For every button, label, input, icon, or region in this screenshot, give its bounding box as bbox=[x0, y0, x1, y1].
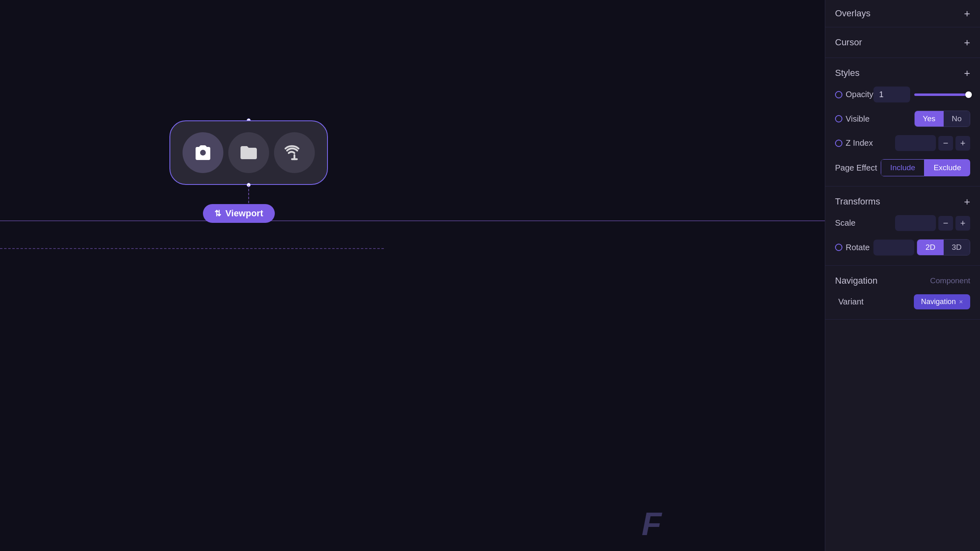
rotate-2d-btn[interactable]: 2D bbox=[917, 240, 943, 255]
zindex-label: Z Index bbox=[835, 138, 873, 148]
pe-exclude-btn[interactable]: Exclude bbox=[924, 159, 970, 176]
visible-yes-btn[interactable]: Yes bbox=[915, 111, 944, 127]
zindex-stepper: 10 − + bbox=[895, 135, 970, 151]
zindex-row: Z Index 10 − + bbox=[835, 135, 970, 151]
visible-no-btn[interactable]: No bbox=[944, 111, 970, 127]
variant-row: Variant Navigation × bbox=[835, 294, 970, 309]
viewport-line bbox=[0, 220, 825, 221]
zindex-minus-btn[interactable]: − bbox=[938, 136, 953, 151]
viewport-badge[interactable]: ⇅ Viewport bbox=[203, 204, 275, 223]
folder-icon-circle[interactable] bbox=[228, 132, 269, 173]
opacity-thumb bbox=[965, 91, 972, 98]
styles-section: Styles + Opacity 1 Visible Yes bbox=[825, 58, 980, 187]
opacity-input[interactable]: 1 bbox=[873, 87, 910, 102]
rotate-icon bbox=[835, 244, 842, 251]
canvas: ⇅ Viewport F bbox=[0, 0, 825, 551]
variant-label: Variant bbox=[835, 297, 864, 307]
opacity-row: Opacity 1 bbox=[835, 87, 970, 102]
visible-row: Visible Yes No bbox=[835, 111, 970, 127]
component-wrapper bbox=[169, 120, 328, 185]
scale-row: Scale 1 − + bbox=[835, 215, 970, 231]
nav-badge-close[interactable]: × bbox=[959, 298, 963, 306]
scale-input[interactable]: 1 bbox=[895, 215, 936, 231]
rotate-label: Rotate bbox=[835, 243, 870, 252]
scale-label: Scale bbox=[835, 218, 855, 228]
viewport-dashed-line bbox=[0, 248, 384, 249]
viewport-icon: ⇅ bbox=[214, 209, 221, 218]
scale-stepper: 1 − + bbox=[895, 215, 970, 231]
visible-label: Visible bbox=[835, 114, 870, 124]
transforms-add-btn[interactable]: + bbox=[964, 196, 970, 207]
rotate-3d-btn[interactable]: 3D bbox=[944, 240, 970, 255]
right-panel: Overlays + Cursor + Styles + Opacity 1 bbox=[825, 0, 980, 551]
camera-icon-circle[interactable] bbox=[183, 132, 223, 173]
scale-plus-btn[interactable]: + bbox=[956, 216, 970, 231]
cursor-header[interactable]: Cursor + bbox=[835, 37, 970, 48]
rotate-mode-group: 2D 3D bbox=[917, 239, 970, 256]
rotate-row: Rotate 0° 2D 3D bbox=[835, 239, 970, 256]
pe-include-btn[interactable]: Include bbox=[881, 159, 924, 176]
folder-icon bbox=[239, 143, 258, 162]
component-card[interactable] bbox=[169, 120, 328, 185]
transforms-section: Transforms + Scale 1 − + Rotate 0° 2D 3D bbox=[825, 187, 980, 266]
rotate-stepper: 0° 2D 3D bbox=[873, 239, 970, 256]
overlays-section: Overlays + bbox=[825, 0, 980, 27]
opacity-label: Opacity bbox=[835, 90, 873, 99]
opacity-slider[interactable] bbox=[914, 93, 971, 96]
nav-badge-text: Navigation bbox=[921, 298, 956, 306]
camera-icon bbox=[193, 143, 213, 162]
overlays-add-btn[interactable]: + bbox=[964, 8, 970, 19]
scale-minus-btn[interactable]: − bbox=[938, 216, 953, 231]
navigation-section: Navigation Component Variant Navigation … bbox=[825, 266, 980, 320]
styles-header[interactable]: Styles + bbox=[835, 68, 970, 78]
bottom-f-letter: F bbox=[641, 505, 662, 543]
viewport-label: Viewport bbox=[225, 208, 263, 219]
styles-add-btn[interactable]: + bbox=[964, 68, 970, 78]
page-effect-toggle: Include Exclude bbox=[881, 159, 970, 176]
cursor-title-text: Cursor bbox=[835, 37, 862, 48]
navigation-title: Navigation bbox=[835, 276, 878, 286]
transforms-title: Transforms bbox=[835, 196, 880, 207]
opacity-icon bbox=[835, 91, 842, 98]
page-effect-row: Page Effect Include Exclude bbox=[835, 159, 970, 176]
cursor-section: Cursor + bbox=[825, 27, 980, 58]
visible-icon bbox=[835, 115, 842, 122]
zindex-icon bbox=[835, 140, 842, 147]
signal-icon bbox=[285, 143, 304, 162]
signal-icon-circle[interactable] bbox=[274, 132, 315, 173]
overlays-header[interactable]: Overlays + bbox=[835, 8, 970, 19]
navigation-header: Navigation Component bbox=[835, 276, 970, 286]
nav-badge[interactable]: Navigation × bbox=[914, 294, 970, 309]
rotate-input[interactable]: 0° bbox=[873, 240, 914, 256]
overlays-title: Overlays bbox=[835, 8, 871, 19]
zindex-plus-btn[interactable]: + bbox=[956, 136, 970, 151]
transforms-header[interactable]: Transforms + bbox=[835, 196, 970, 207]
navigation-subtitle: Component bbox=[930, 276, 970, 285]
visible-toggle-group: Yes No bbox=[914, 111, 970, 127]
page-effect-label: Page Effect bbox=[835, 163, 877, 173]
styles-title: Styles bbox=[835, 68, 860, 78]
cursor-add-btn[interactable]: + bbox=[964, 37, 970, 48]
zindex-input[interactable]: 10 bbox=[895, 135, 936, 151]
opacity-slider-container: 1 bbox=[873, 87, 971, 102]
